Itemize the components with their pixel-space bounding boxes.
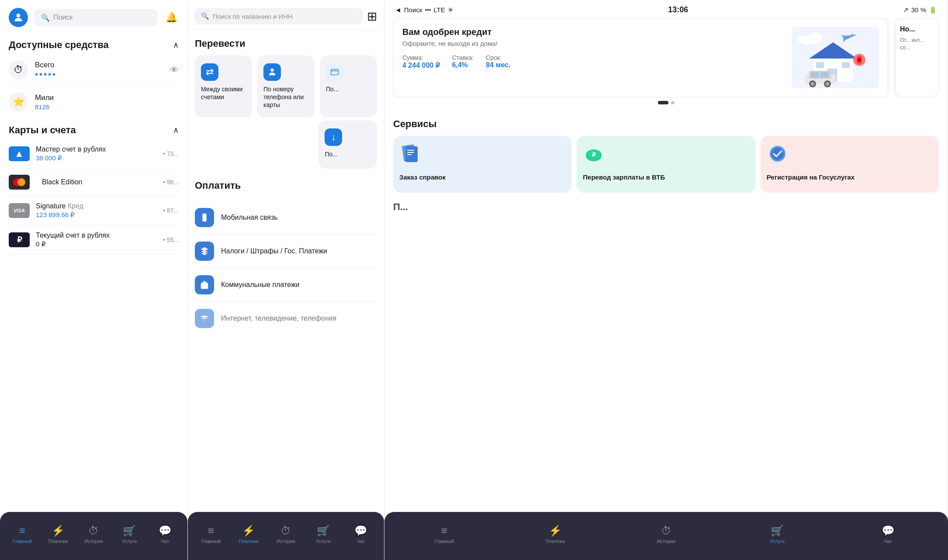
miles-icon: ⭐ [9,92,28,111]
card-item-master[interactable]: ▲ Мастер счет в рублях 38 000 ₽ • 73... [9,139,179,169]
home-icon: ≡ [19,525,25,537]
status-right: ↗ 30 % 🔋 [903,6,937,14]
promo-subtitle: Оформите, не выходя из дома! [402,40,785,47]
panel-middle: 🔍 Поиск по названию и ИНН ⊞ Перевести ⇄ … [188,0,384,560]
payment-title: Оплатить [195,180,377,191]
p2-nav-payments[interactable]: ⚡ Платежи [236,519,261,544]
p3-nav-services[interactable]: 🛒 Услуги [765,519,789,544]
svg-point-1 [270,69,273,72]
signature-card-number: • 87... [163,207,179,214]
transfer-other-icon [326,63,343,81]
lte-badge: LTE [433,6,445,14]
master-card-balance: 38 000 ₽ [36,154,157,162]
panel-right: ◄ Поиск ▪▪▪ LTE ✳ 13:06 ↗ 30 % 🔋 [384,0,948,560]
svg-rect-14 [816,62,824,68]
utilities-label: Коммунальные платежи [221,281,300,289]
master-card-number: • 73... [163,150,179,157]
black-card-name: Black Edition [42,178,157,186]
total-icon: ⏱ [9,60,28,80]
history-icon: ⏱ [88,525,99,537]
p2-nav-history[interactable]: ⏱ История [273,519,298,544]
svg-text:₽: ₽ [592,151,596,158]
notification-icon[interactable]: 🔔 [164,10,179,25]
master-card-icon: ▲ [9,146,30,161]
funds-section-header: Доступные средства ∧ [0,32,187,54]
taxes-icon [195,242,214,261]
eye-icon[interactable]: 👁 [170,65,179,75]
qr-icon[interactable]: ⊞ [367,9,377,24]
payment-utilities[interactable]: Коммунальные платежи [195,268,377,302]
p2-nav-home[interactable]: ≡ Главный [199,519,223,544]
p3-content: Вам одобрен кредит Оформите, не выходя и… [384,18,948,530]
transfer-own-accounts[interactable]: ⇄ Между своими счетами [195,55,252,117]
master-card-name: Мастер счет в рублях [36,145,157,153]
card-item-black[interactable]: Black Edition • 96... [9,169,179,196]
transfer-fourth-label: По... [325,150,338,158]
p2-nav-services-label: Услуги [316,539,331,544]
p2-search-placeholder: Поиск по названию и ИНН [213,13,293,20]
service-docs[interactable]: Заказ справок [393,136,571,193]
signal-bars-icon: ▪▪▪ [425,7,431,13]
promo-section: Вам одобрен кредит Оформите, не выходя и… [384,18,948,118]
promo-card-credit[interactable]: Вам одобрен кредит Оформите, не выходя и… [393,18,888,97]
internet-label: Интернет, телевидение, телефония [221,315,336,322]
avatar[interactable] [9,8,28,27]
p3-nav-payments[interactable]: ⚡ Платежи [543,519,567,544]
search-bar[interactable]: 🔍 Поиск [34,9,158,26]
p2-services-icon: 🛒 [317,525,330,537]
p2-bottom-nav: ≡ Главный ⚡ Платежи ⏱ История 🛒 Услуги 💬… [188,512,384,560]
funds-chevron-icon[interactable]: ∧ [173,40,179,50]
transfer-other[interactable]: По... [320,55,377,117]
p3-nav-home[interactable]: ≡ Главный [432,519,457,544]
docs-label: Заказ справок [399,173,446,182]
battery-text: 30 % [911,6,926,14]
rate-value: 6,4% [452,61,474,69]
svg-rect-24 [811,72,819,77]
status-time: 13:06 [668,5,688,14]
p2-nav-chat-label: Чат [357,539,365,544]
p2-nav-history-label: История [277,539,295,544]
p3-nav-history[interactable]: ⏱ История [654,519,678,544]
p3-chat-icon: 💬 [882,525,895,537]
payment-internet[interactable]: Интернет, телевидение, телефония [195,302,377,335]
p2-nav-services[interactable]: 🛒 Услуги [311,519,336,544]
rub-card-icon: ₽ [9,232,30,247]
nav-chat[interactable]: 💬 Чат [153,519,177,544]
wifi-icon: ✳ [448,6,453,14]
nav-history[interactable]: ⏱ История [81,519,106,544]
cards-chevron-icon[interactable]: ∧ [173,125,179,135]
chat-icon: 💬 [159,525,172,537]
card-item-signature[interactable]: VISA Signature Кред 123 899,66 ₽ • 87... [9,196,179,225]
p3-nav-history-label: История [657,539,676,544]
transfer-phone[interactable]: По номеру телефона или карты [257,55,315,117]
svg-point-10 [797,35,808,43]
card-item-current[interactable]: ₽ Текущий счет в рублях 0 ₽ • 55... [9,225,179,255]
payment-taxes[interactable]: Налоги / Штрафы / Гос. Платежи [195,235,377,268]
p2-nav-chat[interactable]: 💬 Чат [349,519,373,544]
mastercard-icon [13,178,25,186]
svg-point-0 [17,14,21,17]
p2-search-bar[interactable]: 🔍 Поиск по названию и ИНН [195,8,363,24]
nav-payments[interactable]: ⚡ Платежи [46,519,70,544]
cards-section-header: Карты и счета ∧ [0,118,187,139]
promo-card-next[interactable]: Но... От... инт... со... [895,18,939,97]
service-salary[interactable]: ₽ Перевод зарплаты в ВТБ [577,136,755,193]
p2-home-icon: ≡ [208,525,214,537]
service-gosuslugi[interactable]: Регистрация на Госуслугах [761,136,939,193]
payment-mobile[interactable]: Мобильная связь [195,201,377,235]
current-card-name: Текущий счет в рублях [36,232,157,239]
nav-home[interactable]: ≡ Главный [10,519,35,544]
nav-services[interactable]: 🛒 Услуги [117,519,142,544]
black-card-number: • 96... [163,179,179,186]
p3-nav-chat[interactable]: 💬 Чат [876,519,900,544]
signature-card-balance: 123 899,66 ₽ [36,211,157,219]
visa-card-icon: VISA [9,203,30,218]
gosuslugi-label: Регистрация на Госуслугах [767,173,855,182]
p3-home-icon: ≡ [441,525,447,537]
payment-list: Мобильная связь Налоги / Штрафы / Гос. П… [188,201,384,335]
p3-history-icon: ⏱ [661,525,671,537]
transfer-fourth[interactable]: ↓ По... [318,121,377,169]
location-icon: ↗ [903,6,909,14]
taxes-label: Налоги / Штрафы / Гос. Платежи [221,247,327,255]
internet-icon [195,309,214,328]
